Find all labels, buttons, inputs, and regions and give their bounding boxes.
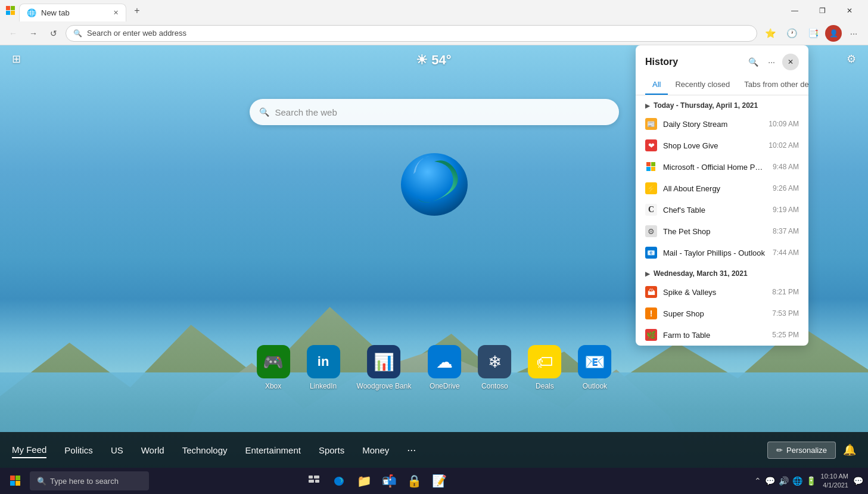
taskbar-app-notes[interactable]: 📝 — [427, 469, 451, 493]
taskbar-app-taskview[interactable] — [302, 469, 326, 493]
address-bar: ← → ↺ 🔍 Search or enter web address ⭐ 🕐 … — [0, 21, 868, 45]
bottom-bar-right: ✏ Personalize 🔔 — [767, 442, 856, 459]
history-tab-other-devices[interactable]: Tabs from other devices — [737, 75, 808, 95]
history-item-chefs-table[interactable]: C Chef's Table 9:19 AM — [636, 199, 808, 220]
start-button[interactable] — [5, 470, 26, 492]
address-input[interactable]: 🔍 Search or enter web address — [66, 25, 757, 42]
window-controls: — ❐ ✕ — [781, 0, 863, 21]
daily-story-icon: 📰 — [645, 118, 657, 130]
outlook-label: Outlook — [583, 382, 607, 390]
contoso-label: Contoso — [481, 382, 508, 390]
nav-politics[interactable]: Politics — [64, 443, 93, 458]
shortcut-deals[interactable]: 🏷 Deals — [528, 345, 561, 390]
history-item-farm-table[interactable]: 🌿 Farm to Table 5:25 PM — [636, 324, 808, 346]
svg-rect-11 — [10, 481, 15, 486]
history-date-wednesday: ▶ Wednesday, March 31, 2021 — [636, 263, 808, 281]
history-date-icon-wednesday: ▶ — [645, 271, 650, 277]
close-button[interactable]: ✕ — [836, 0, 863, 21]
history-item-pet-shop[interactable]: ⚙ The Pet Shop 8:37 AM — [636, 220, 808, 242]
taskbar-notification-icon[interactable]: 💬 — [853, 476, 863, 486]
history-more-button[interactable]: ··· — [766, 55, 777, 69]
profile-button[interactable]: 👤 — [825, 25, 842, 42]
history-search-button[interactable]: 🔍 — [746, 55, 761, 69]
history-date-label-wednesday: Wednesday, March 31, 2021 — [654, 269, 748, 278]
nav-money[interactable]: Money — [362, 443, 389, 458]
active-tab[interactable]: 🌐 New tab ✕ — [19, 4, 126, 21]
taskbar-app-file-explorer[interactable]: 📁 — [352, 469, 376, 493]
history-item-super-shop[interactable]: ! Super Shop 7:53 PM — [636, 303, 808, 324]
history-date-today: ▶ Today - Thursday, April 1, 2021 — [636, 95, 808, 113]
weather-widget: ☀ 54° — [416, 52, 451, 68]
search-box[interactable]: 🔍 Search the web — [250, 99, 619, 125]
history-close-button[interactable]: ✕ — [782, 54, 799, 70]
history-item-microsoft[interactable]: Microsoft - Official Home Page 9:48 AM — [636, 156, 808, 178]
svg-rect-13 — [309, 476, 313, 479]
taskbar-clock: 10:10 AM 4/1/2021 — [821, 472, 848, 490]
nav-more-button[interactable]: ··· — [407, 444, 416, 456]
notification-button[interactable]: 🔔 — [843, 443, 856, 456]
taskbar-battery-icon[interactable]: 🔋 — [806, 476, 816, 486]
taskbar-app-mail[interactable]: 📬 — [377, 469, 401, 493]
nav-world[interactable]: World — [141, 443, 164, 458]
spike-valleys-title: Spike & Valleys — [663, 288, 766, 297]
minimize-button[interactable]: — — [781, 0, 808, 21]
nav-us[interactable]: US — [111, 443, 123, 458]
shortcut-outlook[interactable]: 📧 Outlook — [578, 345, 611, 390]
farm-table-icon: 🌿 — [645, 329, 657, 341]
svg-rect-0 — [6, 6, 10, 10]
maximize-button[interactable]: ❐ — [808, 0, 836, 21]
taskbar-network-icon[interactable]: 🌐 — [792, 476, 802, 486]
history-date-label-today: Today - Thursday, April 1, 2021 — [654, 101, 758, 110]
taskbar-chat-icon[interactable]: 💬 — [765, 476, 775, 486]
taskbar-sound-icon[interactable]: 🔊 — [779, 476, 789, 486]
svg-point-4 — [401, 153, 468, 216]
shortcut-contoso[interactable]: ❄ Contoso — [478, 345, 511, 390]
nav-entertainment[interactable]: Entertainment — [245, 443, 301, 458]
shortcut-onedrive[interactable]: ☁ OneDrive — [428, 345, 461, 390]
energy-title: All About Energy — [663, 184, 767, 193]
back-button[interactable]: ← — [5, 25, 21, 42]
history-tab-all[interactable]: All — [645, 75, 668, 95]
collections-button[interactable]: 📑 — [804, 24, 823, 43]
page-settings-button[interactable]: ⚙ — [847, 52, 856, 66]
personalize-button[interactable]: ✏ Personalize — [767, 442, 836, 459]
history-item-daily-story[interactable]: 📰 Daily Story Stream 10:09 AM — [636, 113, 808, 135]
more-button[interactable]: ··· — [844, 24, 863, 43]
toolbar-actions: ⭐ 🕐 📑 👤 ··· — [761, 24, 863, 43]
history-tab-recently-closed[interactable]: Recently closed — [668, 75, 737, 95]
linkedin-icon: in — [307, 345, 340, 378]
nav-myfeed[interactable]: My Feed — [12, 442, 46, 458]
history-panel: History 🔍 ··· ✕ All Recently closed Tabs… — [636, 45, 808, 346]
mail-title: Mail - Taylor Phillips - Outlook — [663, 248, 767, 257]
taskbar-chevron-icon[interactable]: ⌃ — [754, 476, 761, 486]
svg-rect-1 — [11, 6, 15, 10]
tab-close-button[interactable]: ✕ — [113, 9, 119, 17]
history-item-energy[interactable]: ⚡ All About Energy 9:26 AM — [636, 178, 808, 199]
favorites-button[interactable]: ⭐ — [761, 24, 780, 43]
nav-technology[interactable]: Technology — [182, 443, 228, 458]
edge-logo — [393, 141, 476, 224]
taskbar-search[interactable]: 🔍 Type here to search — [30, 471, 149, 490]
history-header: History 🔍 ··· ✕ — [636, 45, 808, 70]
taskbar-app-edge[interactable] — [327, 469, 351, 493]
apps-button[interactable]: ⊞ — [12, 52, 21, 66]
history-item-shop-love[interactable]: ❤ Shop Love Give 10:02 AM — [636, 135, 808, 156]
shortcut-linkedin[interactable]: in LinkedIn — [307, 345, 340, 390]
history-button[interactable]: 🕐 — [782, 24, 801, 43]
super-shop-icon: ! — [645, 307, 657, 319]
nav-sports[interactable]: Sports — [319, 443, 344, 458]
taskbar-app-security[interactable]: 🔒 — [402, 469, 426, 493]
refresh-button[interactable]: ↺ — [45, 25, 62, 42]
history-item-mail[interactable]: 📧 Mail - Taylor Phillips - Outlook 7:44 … — [636, 242, 808, 263]
microsoft-time: 9:48 AM — [773, 163, 799, 171]
spike-valleys-icon: 🏔 — [645, 286, 657, 298]
taskbar: 🔍 Type here to search 📁 📬 🔒 — [0, 468, 868, 494]
shortcut-xbox[interactable]: 🎮 Xbox — [257, 345, 290, 390]
energy-icon: ⚡ — [645, 182, 657, 194]
shortcuts: 🎮 Xbox in LinkedIn 📊 Woodgrove Bank ☁ On… — [257, 345, 612, 390]
forward-button[interactable]: → — [25, 25, 42, 42]
history-item-spike-valleys[interactable]: 🏔 Spike & Valleys 8:21 PM — [636, 281, 808, 303]
weather-icon: ☀ — [416, 52, 428, 68]
new-tab-button[interactable]: + — [129, 2, 145, 19]
shortcut-woodgrove[interactable]: 📊 Woodgrove Bank — [357, 345, 412, 390]
